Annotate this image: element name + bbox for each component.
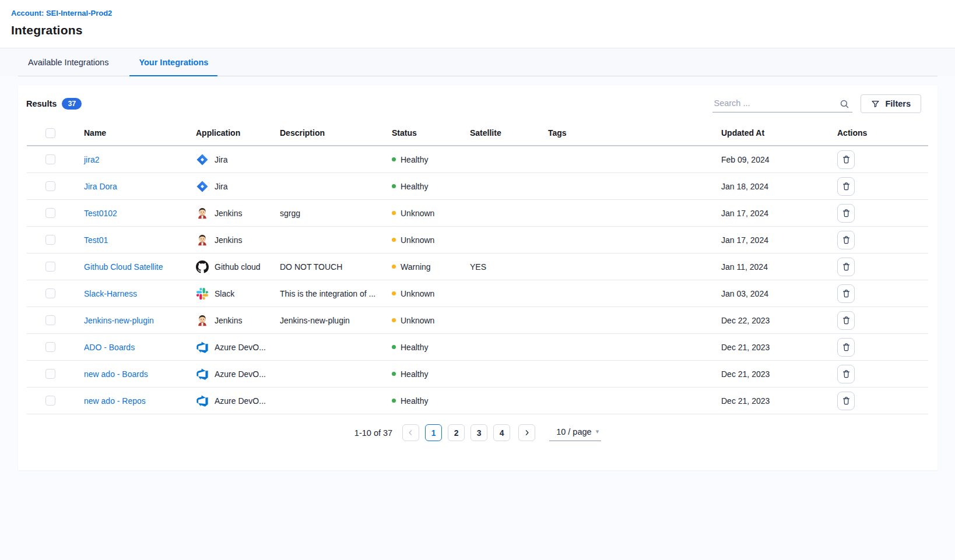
tab-your-integrations[interactable]: Your Integrations xyxy=(138,48,209,76)
page-title: Integrations xyxy=(11,23,944,37)
row-checkbox[interactable] xyxy=(45,235,55,245)
integration-name-link[interactable]: Slack-Harness xyxy=(84,289,137,298)
pagination-page-button[interactable]: 2 xyxy=(448,424,465,441)
delete-integration-button[interactable] xyxy=(837,365,855,383)
pagination: 1-10 of 37 1234 10 / page ▾ xyxy=(18,414,938,441)
results-count-badge: 37 xyxy=(62,98,82,110)
updated-at-value: Jan 17, 2024 xyxy=(713,209,829,218)
table-row: Jenkins-new-plugin Jenkins Jenkins-new-p… xyxy=(27,307,928,334)
account-breadcrumb-link[interactable]: Account: SEI-Internal-Prod2 xyxy=(11,9,112,17)
column-header-actions: Actions xyxy=(829,128,928,138)
search-icon[interactable] xyxy=(840,99,849,111)
column-header-application: Application xyxy=(188,128,272,138)
results-label: Results xyxy=(26,99,57,108)
delete-integration-button[interactable] xyxy=(837,231,855,249)
table-body: jira2 Jira Healthy Feb 09, 2024 Jira Dor… xyxy=(27,146,928,414)
updated-at-value: Dec 21, 2023 xyxy=(713,396,829,406)
integration-name-link[interactable]: new ado - Boards xyxy=(84,369,148,379)
integration-name-link[interactable]: Test0102 xyxy=(84,209,117,218)
satellite-value: YES xyxy=(462,262,540,272)
row-checkbox[interactable] xyxy=(45,369,55,379)
search-input[interactable] xyxy=(712,95,852,112)
row-checkbox[interactable] xyxy=(45,181,55,191)
updated-at-value: Dec 22, 2023 xyxy=(713,316,829,325)
jira-icon xyxy=(196,180,209,193)
status-dot xyxy=(392,238,396,242)
delete-integration-button[interactable] xyxy=(837,204,855,223)
azure-devops-icon xyxy=(196,395,209,407)
application-label: Jira xyxy=(215,182,228,191)
table-header-row: Name Application Description Status Sate… xyxy=(27,121,928,146)
column-header-satellite: Satellite xyxy=(462,128,540,138)
table-row: new ado - Repos Azure DevO... Healthy De… xyxy=(27,388,928,414)
filter-funnel-icon xyxy=(871,100,880,108)
trash-icon xyxy=(842,369,851,379)
trash-icon xyxy=(842,316,851,325)
table-row: Github Cloud Satellite Github cloud DO N… xyxy=(27,253,928,280)
column-header-name: Name xyxy=(76,128,188,138)
integration-name-link[interactable]: Jenkins-new-plugin xyxy=(84,316,154,325)
row-checkbox[interactable] xyxy=(45,208,55,218)
trash-icon xyxy=(842,262,851,272)
status-label: Healthy xyxy=(401,396,428,406)
delete-integration-button[interactable] xyxy=(837,258,855,276)
select-all-checkbox[interactable] xyxy=(45,128,55,138)
integration-name-link[interactable]: Github Cloud Satellite xyxy=(84,262,163,272)
application-label: Github cloud xyxy=(215,262,261,272)
status-dot xyxy=(392,157,396,161)
row-checkbox[interactable] xyxy=(45,288,55,298)
pagination-page-button[interactable]: 3 xyxy=(471,424,487,441)
delete-integration-button[interactable] xyxy=(837,392,855,410)
updated-at-value: Jan 18, 2024 xyxy=(713,182,829,191)
pagination-pages: 1234 xyxy=(425,424,510,441)
tab-available-integrations[interactable]: Available Integrations xyxy=(27,48,110,76)
jira-icon xyxy=(196,153,209,166)
status-dot xyxy=(392,399,396,403)
filters-button[interactable]: Filters xyxy=(861,94,921,113)
delete-integration-button[interactable] xyxy=(837,150,855,169)
pagination-page-button[interactable]: 4 xyxy=(493,424,510,441)
delete-integration-button[interactable] xyxy=(837,338,855,357)
integration-name-link[interactable]: Test01 xyxy=(84,235,108,245)
updated-at-value: Jan 03, 2024 xyxy=(713,289,829,298)
application-label: Azure DevO... xyxy=(215,369,266,379)
integrations-table: Name Application Description Status Sate… xyxy=(27,121,928,414)
row-checkbox[interactable] xyxy=(45,342,55,352)
pagination-prev-button[interactable] xyxy=(402,424,419,441)
row-checkbox[interactable] xyxy=(45,154,55,164)
pagination-next-button[interactable] xyxy=(518,424,535,441)
column-header-status: Status xyxy=(384,128,462,138)
integration-name-link[interactable]: ADO - Boards xyxy=(84,343,135,352)
application-label: Azure DevO... xyxy=(215,396,266,406)
trash-icon xyxy=(842,343,851,352)
table-row: ADO - Boards Azure DevO... Healthy Dec 2… xyxy=(27,334,928,361)
toolbar: Results 37 Filters xyxy=(18,86,938,118)
integration-name-link[interactable]: new ado - Repos xyxy=(84,396,146,406)
pagination-page-button[interactable]: 1 xyxy=(425,424,442,441)
slack-icon xyxy=(196,287,209,300)
row-checkbox[interactable] xyxy=(45,315,55,325)
row-checkbox[interactable] xyxy=(45,262,55,272)
description-text: This is the integration of ... xyxy=(272,289,384,298)
integration-name-link[interactable]: Jira Dora xyxy=(84,182,117,191)
status-label: Unknown xyxy=(401,316,434,325)
azure-devops-icon xyxy=(196,341,209,354)
integration-name-link[interactable]: jira2 xyxy=(84,155,99,164)
trash-icon xyxy=(842,209,851,218)
page-size-select[interactable]: 10 / page ▾ xyxy=(549,425,601,441)
row-checkbox[interactable] xyxy=(45,396,55,406)
status-dot xyxy=(392,345,396,349)
delete-integration-button[interactable] xyxy=(837,177,855,196)
status-label: Healthy xyxy=(401,155,428,164)
status-dot xyxy=(392,184,396,188)
delete-integration-button[interactable] xyxy=(837,284,855,303)
filters-button-label: Filters xyxy=(885,99,911,108)
application-label: Jira xyxy=(215,155,228,164)
description-text: Jenkins-new-plugin xyxy=(272,316,384,325)
delete-integration-button[interactable] xyxy=(837,311,855,330)
status-label: Unknown xyxy=(401,235,434,245)
status-dot xyxy=(392,372,396,376)
status-dot xyxy=(392,291,396,295)
page-header: Account: SEI-Internal-Prod2 Integrations xyxy=(0,0,955,48)
chevron-down-icon: ▾ xyxy=(596,428,599,435)
